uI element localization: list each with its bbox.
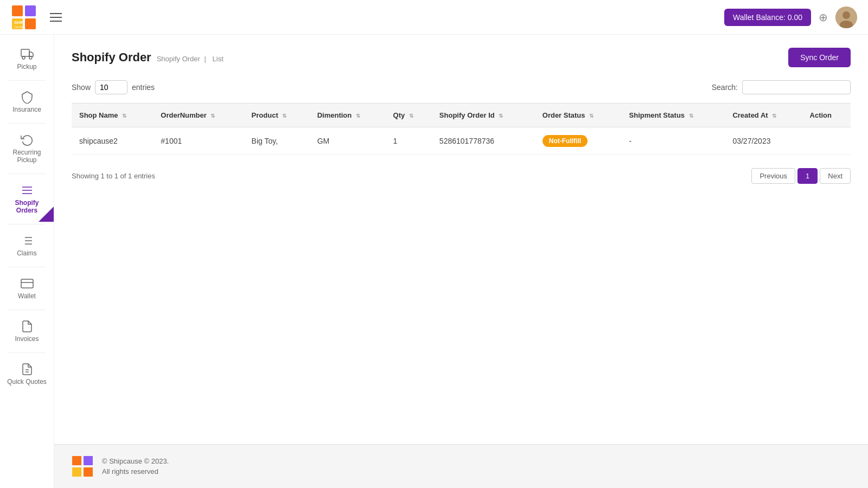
show-entries-area: Show entries — [72, 80, 155, 94]
cell-qty: 1 — [386, 127, 432, 155]
svg-rect-28 — [84, 467, 93, 477]
entries-input[interactable] — [95, 80, 127, 94]
page-1-button[interactable]: 1 — [797, 168, 818, 184]
sort-icon-order-status: ⇅ — [589, 113, 593, 119]
breadcrumb: Shopify Order | List — [157, 55, 226, 63]
svg-rect-1 — [25, 5, 36, 16]
sidebar-item-claims[interactable]: Claims — [0, 227, 54, 265]
cell-created-at: 03/27/2023 — [725, 127, 802, 155]
footer-copyright: © Shipcause © 2023. — [102, 456, 169, 467]
col-created-at[interactable]: Created At ⇅ — [725, 104, 802, 127]
svg-marker-10 — [29, 52, 33, 56]
svg-rect-9 — [21, 49, 29, 56]
sidebar-item-invoices[interactable]: Invoices — [0, 312, 54, 350]
truck-icon — [21, 48, 34, 61]
show-label: Show — [72, 83, 91, 92]
sidebar-divider-4 — [8, 224, 46, 224]
sidebar-label-shopify: Shopify Orders — [4, 199, 49, 214]
table-controls: Show entries Search: — [72, 80, 851, 94]
sidebar-item-pickup[interactable]: Pickup — [0, 40, 54, 78]
sort-icon-dimension: ⇅ — [356, 113, 360, 119]
col-order-status[interactable]: Order Status ⇅ — [535, 104, 622, 127]
breadcrumb-link[interactable]: Shopify Order — [157, 55, 200, 63]
status-badge: Not-Fullfill — [542, 135, 588, 147]
sidebar-label-wallet: Wallet — [18, 292, 36, 300]
page-title-area: Shopify Order Shopify Order | List — [72, 50, 226, 65]
crosshair-icon[interactable]: ⊕ — [819, 11, 828, 24]
layout: Pickup Insurance Recurring Pickup Shopif… — [0, 35, 868, 488]
col-shipment-status[interactable]: Shipment Status ⇅ — [622, 104, 725, 127]
col-order-number[interactable]: OrderNumber ⇅ — [153, 104, 244, 127]
sidebar-label-recurring: Recurring Pickup — [4, 149, 49, 164]
sidebar-item-quick-quotes[interactable]: Quick Quotes — [0, 355, 54, 393]
sidebar-item-wallet[interactable]: Wallet — [0, 269, 54, 307]
sidebar-item-recurring-pickup[interactable]: Recurring Pickup — [0, 126, 54, 171]
sidebar-label-claims: Claims — [17, 249, 37, 257]
sidebar: Pickup Insurance Recurring Pickup Shopif… — [0, 35, 54, 488]
logo: SHIP CAUSE — [11, 4, 37, 30]
sort-icon-shopify-id: ⇅ — [499, 113, 503, 119]
sidebar-divider-7 — [8, 352, 46, 353]
next-button[interactable]: Next — [820, 168, 851, 184]
sidebar-item-shopify-orders[interactable]: Shopify Orders — [0, 176, 54, 222]
cell-action — [802, 127, 851, 155]
svg-point-7 — [843, 11, 850, 19]
col-product[interactable]: Product ⇅ — [244, 104, 310, 127]
avatar[interactable] — [835, 7, 857, 28]
page-header: Shopify Order Shopify Order | List Sync … — [72, 48, 851, 67]
col-qty[interactable]: Qty ⇅ — [386, 104, 432, 127]
sidebar-divider — [8, 80, 46, 81]
search-area: Search: — [712, 80, 851, 94]
entries-label: entries — [132, 83, 155, 92]
svg-rect-0 — [12, 5, 23, 16]
sort-icon-qty: ⇅ — [409, 113, 413, 119]
sidebar-divider-6 — [8, 310, 46, 310]
cell-shopify-order-id: 5286101778736 — [432, 127, 535, 155]
footer-logo — [72, 455, 93, 477]
sidebar-label-insurance: Insurance — [12, 106, 41, 113]
sidebar-label-pickup: Pickup — [17, 63, 36, 70]
topbar-right: Wallet Balance: 0.00 ⊕ — [724, 7, 857, 28]
svg-text:SHIP: SHIP — [14, 20, 24, 25]
footer-rights: All rights reserved — [102, 466, 169, 477]
main-area: Shopify Order Shopify Order | List Sync … — [54, 35, 868, 488]
search-label: Search: — [712, 83, 738, 92]
sort-icon-product: ⇅ — [282, 113, 286, 119]
previous-button[interactable]: Previous — [751, 168, 795, 184]
file-icon — [21, 320, 34, 333]
cell-product: Big Toy, — [244, 127, 310, 155]
sidebar-item-insurance[interactable]: Insurance — [0, 83, 54, 121]
topbar: SHIP CAUSE Wallet Balance: 0.00 ⊕ — [0, 0, 868, 35]
col-shopify-order-id[interactable]: Shopify Order Id ⇅ — [432, 104, 535, 127]
search-input[interactable] — [742, 80, 851, 94]
table-row: shipcause2 #1001 Big Toy, GM 1 528610177… — [72, 127, 851, 155]
footer-text: © Shipcause © 2023. All rights reserved — [102, 456, 169, 477]
cell-shipment-status: - — [622, 127, 725, 155]
sort-icon-order-number: ⇅ — [210, 113, 215, 119]
sort-icon-shipment-status: ⇅ — [689, 113, 693, 119]
wallet-balance-button[interactable]: Wallet Balance: 0.00 — [724, 9, 811, 26]
breadcrumb-separator: | — [205, 55, 206, 63]
col-action: Action — [802, 104, 851, 127]
table-header: Shop Name ⇅ OrderNumber ⇅ Product ⇅ Dime… — [72, 104, 851, 127]
pagination: Previous 1 Next — [751, 168, 851, 184]
cell-shop-name: shipcause2 — [72, 127, 153, 155]
doc-icon — [21, 363, 34, 376]
list-icon — [21, 234, 34, 247]
hamburger-menu[interactable] — [48, 11, 64, 24]
main-content: Shopify Order Shopify Order | List Sync … — [54, 35, 868, 444]
page-title: Shopify Order — [72, 50, 151, 65]
orders-icon — [21, 184, 34, 197]
col-dimension[interactable]: Dimention ⇅ — [310, 104, 386, 127]
sidebar-divider-5 — [8, 267, 46, 267]
breadcrumb-current: List — [213, 55, 224, 63]
sync-order-button[interactable]: Sync Order — [788, 48, 851, 67]
sidebar-label-invoices: Invoices — [15, 335, 39, 343]
shield-icon — [21, 91, 34, 104]
cell-order-number: #1001 — [153, 127, 244, 155]
sort-icon-created-at: ⇅ — [772, 113, 776, 119]
cell-order-status: Not-Fullfill — [535, 127, 622, 155]
showing-text: Showing 1 to 1 of 1 entries — [72, 172, 155, 180]
refresh-icon — [21, 133, 34, 146]
col-shop-name[interactable]: Shop Name ⇅ — [72, 104, 153, 127]
